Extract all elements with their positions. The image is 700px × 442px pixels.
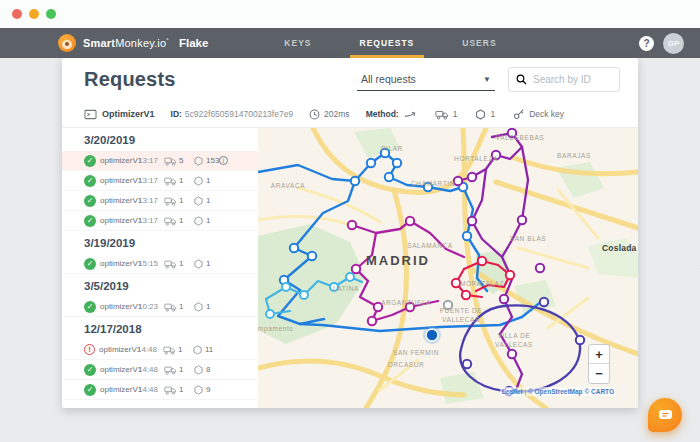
optimizer-icon xyxy=(84,109,97,120)
services-count: 9 xyxy=(206,385,219,394)
success-icon: ✓ xyxy=(84,364,96,376)
hexagon-icon xyxy=(192,345,203,355)
request-name: optimizerV1 xyxy=(100,196,138,205)
request-row[interactable]: ✓ optimizerV1 13:17 1 1 xyxy=(62,171,258,191)
date-group-header: 3/5/2019 xyxy=(62,274,258,297)
date-group-header: 12/17/2018 xyxy=(62,317,258,340)
request-row[interactable]: ✓ optimizerV1 14:48 1 9 xyxy=(62,380,258,400)
request-row[interactable]: ✓ optimizerV1 14:48 1 8 xyxy=(62,360,258,380)
requests-filter-select[interactable]: All requests ▼ xyxy=(357,70,495,91)
map-attribution: Leaflet | © OpenStreetMap © CARTO xyxy=(500,387,616,396)
request-row[interactable]: ✓ optimizerV1 10:23 1 1 xyxy=(62,297,258,317)
success-icon: ✓ xyxy=(84,175,96,187)
hexagon-icon xyxy=(193,302,204,312)
services-count: 1 xyxy=(206,259,219,268)
truck-icon xyxy=(164,302,177,312)
request-time: 13:17 xyxy=(138,196,164,205)
error-icon: ! xyxy=(84,344,95,355)
leaflet-link[interactable]: Leaflet xyxy=(502,388,523,395)
app-name: Flake xyxy=(179,37,208,49)
request-row[interactable]: ✓ optimizerV1 13:17 1 1 xyxy=(62,191,258,211)
hexagon-icon xyxy=(193,216,204,226)
request-time: 14:48 xyxy=(138,365,164,374)
request-name: optimizerV1 xyxy=(100,156,138,165)
truck-icon xyxy=(164,196,177,206)
map[interactable]: VALDEBEBAS PILAR BARAJAS ARAVACA CHAMART… xyxy=(258,128,638,408)
request-row[interactable]: ✓ optimizerV1 13:17 1 1 xyxy=(62,211,258,231)
date-group-header: 3/19/2019 xyxy=(62,231,258,254)
zoom-out-button[interactable]: − xyxy=(589,364,609,383)
success-icon: ✓ xyxy=(84,258,96,270)
map-zoom-control: + − xyxy=(588,344,610,384)
osm-link[interactable]: © OpenStreetMap xyxy=(528,388,583,395)
window-zoom-icon[interactable] xyxy=(46,9,56,19)
truck-icon xyxy=(164,259,177,269)
help-icon[interactable]: ? xyxy=(639,36,654,51)
page-title: Requests xyxy=(84,68,176,91)
vehicles-count: 1 xyxy=(179,302,192,311)
truck-icon xyxy=(163,345,176,355)
avatar[interactable]: GP xyxy=(663,33,684,54)
carto-link[interactable]: © CARTO xyxy=(584,388,614,395)
request-time: 10:23 xyxy=(138,302,164,311)
vehicles-count: 1 xyxy=(178,345,191,354)
services-count: 1 xyxy=(206,176,219,185)
truck-icon xyxy=(164,176,177,186)
map-canvas xyxy=(258,128,638,408)
request-row[interactable]: ! optimizerV1 14:48 1 11 xyxy=(62,340,258,360)
vehicles-count: 1 xyxy=(179,176,192,185)
brand-name: SmartMonkey.io° xyxy=(83,37,169,49)
request-detail-bar: OptimizerV1 ID: 5c922f6505914700213fe7e9… xyxy=(62,101,638,128)
request-name: optimizerV1 xyxy=(100,259,138,268)
browser-chrome xyxy=(0,0,700,28)
id-label: ID: xyxy=(171,109,182,119)
vehicles-count: 1 xyxy=(179,259,192,268)
nav-tabs: KEYS REQUESTS USERS xyxy=(260,28,520,58)
hexagon-icon xyxy=(193,156,204,166)
brand-sup: ° xyxy=(166,37,169,43)
tab-keys[interactable]: KEYS xyxy=(260,28,335,58)
request-time: 14:48 xyxy=(137,345,163,354)
clock-icon xyxy=(309,109,320,120)
detail-name: OptimizerV1 xyxy=(102,109,155,119)
tab-requests[interactable]: REQUESTS xyxy=(336,28,439,58)
truck-icon xyxy=(164,156,177,166)
smartmonkey-logo-icon xyxy=(58,34,76,52)
vehicles-count: 1 xyxy=(179,196,192,205)
request-name: optimizerV1 xyxy=(100,176,138,185)
window-minimize-icon[interactable] xyxy=(29,9,39,19)
success-icon: ✓ xyxy=(84,195,96,207)
hexagon-icon xyxy=(193,365,204,375)
navbar: SmartMonkey.io° Flake KEYS REQUESTS USER… xyxy=(0,28,700,58)
services-count: 1 xyxy=(490,109,495,119)
services-count: 1 xyxy=(206,216,219,225)
request-time: 14:48 xyxy=(138,385,164,394)
vehicles-count: 5 xyxy=(179,156,192,165)
success-icon: ✓ xyxy=(84,384,96,396)
info-icon[interactable]: i xyxy=(219,156,228,165)
truck-icon xyxy=(164,385,177,395)
chevron-down-icon: ▼ xyxy=(483,75,491,84)
vehicles-count: 1 xyxy=(179,365,192,374)
requests-card: Requests All requests ▼ OptimizerV1 ID: … xyxy=(62,58,638,408)
services-count: 1 xyxy=(206,302,219,311)
services-count: 11 xyxy=(205,345,218,354)
success-icon: ✓ xyxy=(84,215,96,227)
hexagon-icon xyxy=(193,196,204,206)
tab-users[interactable]: USERS xyxy=(438,28,520,58)
search-input[interactable] xyxy=(533,74,613,85)
request-row[interactable]: ✓ optimizerV1 13:17 5 153 i xyxy=(62,151,258,171)
brand[interactable]: SmartMonkey.io° Flake xyxy=(58,34,208,52)
services-count: 1 xyxy=(206,196,219,205)
window-close-icon[interactable] xyxy=(12,9,22,19)
chat-launcher-button[interactable] xyxy=(648,398,682,432)
zoom-in-button[interactable]: + xyxy=(589,345,609,364)
request-row[interactable]: ✓ optimizerV1 15:15 1 1 xyxy=(62,254,258,274)
request-name: optimizerV1 xyxy=(99,345,137,354)
request-name: optimizerV1 xyxy=(100,365,138,374)
method-arrow-icon xyxy=(404,110,417,119)
request-time: 13:17 xyxy=(138,176,164,185)
chat-icon xyxy=(658,409,673,421)
request-time: 15:15 xyxy=(138,259,164,268)
duration: 202ms xyxy=(324,109,350,119)
